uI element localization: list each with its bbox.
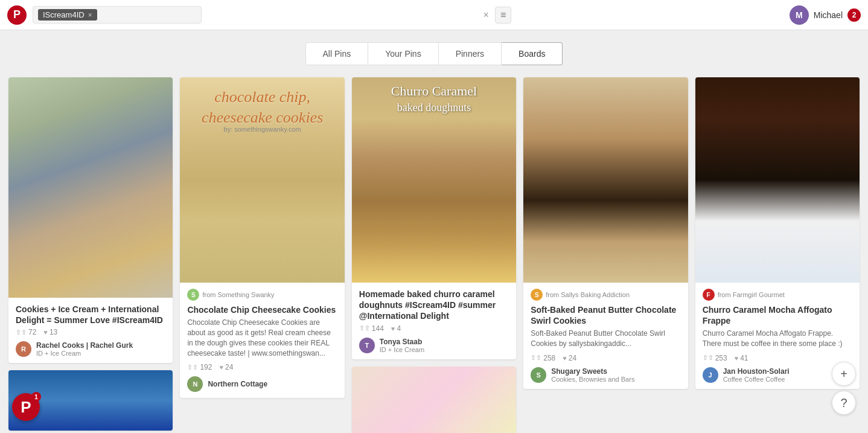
user-info-5: Jan Houston-Solari Coffee Coffee Coffee	[723, 367, 790, 383]
pin-title-4: Soft-Baked Peanut Butter Chocolate Swirl…	[531, 304, 680, 326]
user-info-2: Northern Cottage	[208, 380, 267, 388]
user-board-1: ID + Ice Cream	[36, 350, 133, 357]
pin-overlay-churro: Churro Caramelbaked doughnuts	[352, 83, 516, 115]
user-name-3: Tonya Staab	[380, 338, 424, 346]
pin-repin-count-2: ⇧⇧ 192	[187, 363, 212, 371]
pin-image-3b	[352, 367, 516, 433]
tabs-container: All Pins Your Pins Pinners Boards	[0, 42, 868, 65]
source-info-2: S from Something Swanky	[187, 289, 337, 301]
pin-repin-count-1: ⇧⇧ 72	[16, 328, 36, 336]
pin-stats-4: ⇧⇧ 258 ♥ 24	[531, 354, 680, 362]
pins-grid: Cookies + Ice Cream + International Deli…	[0, 77, 868, 433]
header: P IScream4ID × × ≡ M Michael 2	[0, 0, 868, 30]
pin-title-5: Churro Caramel Mocha Affogato Frappe	[703, 304, 852, 326]
pin-like-count-1: ♥ 13	[43, 328, 57, 336]
pin-stats-1: ⇧⇧ 72 ♥ 13	[16, 328, 165, 336]
pin-image-2: chocolate chip,cheesecake cookies by: so…	[180, 77, 344, 283]
pin-title-1: Cookies + Ice Cream + International Deli…	[16, 304, 165, 326]
user-info-4: Shugary Sweets Cookies, Brownies and Bar…	[551, 367, 634, 383]
repin-icon-4: ⇧⇧	[531, 354, 541, 362]
fab-help-button[interactable]: ?	[832, 391, 856, 415]
source-label-5: from Farmgirl Gourmet	[718, 291, 785, 298]
pin-column-3: Churro Caramelbaked doughnuts Homemade b…	[352, 77, 516, 433]
tab-all-pins[interactable]: All Pins	[305, 42, 369, 65]
tab-your-pins[interactable]: Your Pins	[368, 42, 438, 65]
search-bar: IScream4ID ×	[33, 6, 202, 24]
tab-pinners[interactable]: Pinners	[439, 42, 502, 65]
user-avatar-sm-4: S	[531, 367, 546, 383]
pin-stats-5: ⇧⇧ 253 ♥ 41	[703, 354, 852, 362]
pin-image-wrap-3: Churro Caramelbaked doughnuts	[352, 77, 516, 283]
pin-user-2: N Northern Cottage	[187, 376, 337, 392]
pin-image-1	[8, 77, 173, 298]
search-clear-button[interactable]: ×	[480, 10, 493, 21]
pin-like-count-3: ♥ 4	[391, 324, 401, 333]
pin-column-5: F from Farmgirl Gourmet Churro Caramel M…	[695, 77, 860, 389]
like-icon-3: ♥	[391, 325, 395, 332]
pin-card-3-1: Churro Caramelbaked doughnuts Homemade b…	[352, 77, 516, 359]
pin-overlay-sub-2: by: somethingswanky.com	[180, 126, 344, 133]
pin-like-count-5: ♥ 41	[735, 354, 748, 362]
pin-desc-4: Soft-Baked Peanut Butter Chocolate Swirl…	[531, 329, 680, 349]
source-info-4: S from Sallys Baking Addiction	[531, 289, 680, 301]
source-icon-text-4: S	[535, 292, 539, 298]
pin-like-count-2: ♥ 24	[219, 363, 233, 371]
search-tag[interactable]: IScream4ID ×	[38, 9, 97, 21]
pin-user-3: T Tonya Staab ID + Ice Cream	[359, 338, 509, 353]
pinterest-logo[interactable]: P	[7, 5, 27, 25]
pin-user-4: S Shugary Sweets Cookies, Brownies and B…	[531, 367, 680, 383]
repin-icon-5: ⇧⇧	[703, 354, 713, 362]
user-name-1: Rachel Cooks | Rachel Gurk	[36, 341, 133, 350]
pin-desc-5: Churro Caramel Mocha Affogato Frappe. Th…	[703, 329, 852, 349]
tab-boards[interactable]: Boards	[502, 42, 563, 65]
pin-title-3: Homemade baked churro caramel doughnuts …	[359, 289, 509, 322]
notification-badge[interactable]: 2	[847, 8, 861, 22]
pin-image-wrap-1	[8, 77, 173, 298]
pin-image-5	[695, 77, 860, 283]
user-board-5: Coffee Coffee Coffee	[723, 376, 790, 383]
fab-plus-button[interactable]: +	[832, 362, 856, 386]
pin-column-2: chocolate chip,cheesecake cookies by: so…	[180, 77, 344, 398]
user-name-2: Northern Cottage	[208, 380, 267, 388]
pin-repin-count-3: ⇧⇧ 144	[359, 324, 384, 333]
search-tag-close[interactable]: ×	[88, 11, 92, 19]
pin-card-4-1: S from Sallys Baking Addiction Soft-Bake…	[523, 77, 688, 389]
source-icon-text-2: S	[191, 292, 196, 298]
avatar: M	[790, 5, 809, 25]
like-icon-5: ♥	[735, 354, 739, 362]
pin-card-2-1: chocolate chip,cheesecake cookies by: so…	[180, 77, 344, 398]
source-icon-4: S	[531, 289, 543, 301]
search-menu-button[interactable]: ≡	[495, 7, 511, 24]
pin-like-count-4: ♥ 24	[563, 354, 576, 362]
repin-icon-3: ⇧⇧	[359, 324, 370, 332]
pin-stats-3: ⇧⇧ 144 ♥ 4	[359, 324, 509, 333]
user-avatar-sm-3: T	[359, 338, 375, 353]
pin-body-4: S from Sallys Baking Addiction Soft-Bake…	[523, 283, 688, 389]
user-info-1: Rachel Cooks | Rachel Gurk ID + Ice Crea…	[36, 341, 133, 357]
source-info-5: F from Farmgirl Gourmet	[703, 289, 852, 301]
pin-card-5-1: F from Farmgirl Gourmet Churro Caramel M…	[695, 77, 860, 389]
pin-image-3: Churro Caramelbaked doughnuts	[352, 77, 516, 283]
pinterest-corner: P 1	[12, 393, 40, 421]
like-icon-2: ♥	[219, 364, 223, 371]
pin-repin-count-5: ⇧⇧ 253	[703, 354, 727, 362]
search-tag-text: IScream4ID	[43, 10, 85, 19]
header-right: M Michael 2	[790, 5, 861, 25]
pin-card-1-1: Cookies + Ice Cream + International Deli…	[8, 77, 173, 363]
repin-icon-1: ⇧⇧	[16, 329, 27, 336]
source-icon-text-5: F	[707, 292, 710, 298]
pin-body-2: S from Something Swanky Chocolate Chip C…	[180, 283, 344, 398]
user-info-3: Tonya Staab ID + Ice Cream	[380, 338, 424, 353]
pin-stats-2: ⇧⇧ 192 ♥ 24	[187, 363, 337, 371]
pin-card-3-2	[352, 367, 516, 433]
pin-desc-2: Chocolate Chip Cheesecake Cookies are ab…	[187, 318, 337, 358]
pin-title-2: Chocolate Chip Cheesecake Cookies	[187, 304, 337, 315]
like-icon-4: ♥	[563, 354, 567, 362]
pin-user-1: R Rachel Cooks | Rachel Gurk ID + Ice Cr…	[16, 341, 165, 357]
repin-icon-2: ⇧⇧	[187, 364, 198, 371]
pin-column-1: Cookies + Ice Cream + International Deli…	[8, 77, 173, 431]
source-icon-2: S	[187, 289, 199, 301]
pin-image-4	[523, 77, 688, 283]
user-board-4: Cookies, Brownies and Bars	[551, 376, 634, 383]
fab-container: + ?	[832, 362, 856, 415]
